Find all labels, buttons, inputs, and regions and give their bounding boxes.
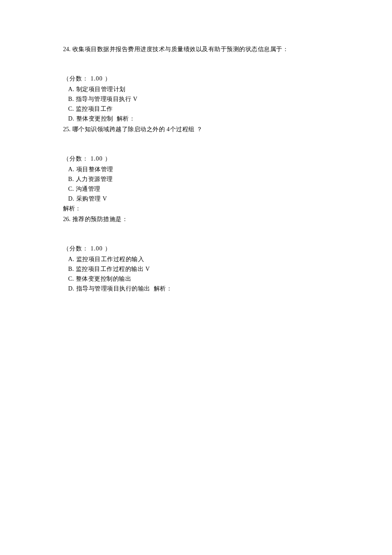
option-text: 整体变更控制	[76, 115, 113, 122]
option-letter: B.	[68, 266, 74, 272]
option-b: B. 监控项目工作过程的输出 V	[63, 265, 392, 273]
question-stem: 哪个知识领域跨越了除启动之外的 4个过程组 ？	[72, 126, 203, 132]
option-c: C. 监控项目工作	[63, 104, 392, 113]
question-25: 25. 哪个知识领域跨越了除启动之外的 4个过程组 ？ （分数： 1.00 ） …	[63, 125, 392, 213]
option-text: 指导与管理项目执行的输出	[76, 285, 150, 292]
option-letter: A.	[68, 86, 75, 92]
option-text: 项目整体管理	[76, 166, 113, 173]
score-value: 1.00	[91, 155, 103, 162]
option-letter: C.	[68, 106, 74, 112]
score-value: 1.00	[91, 245, 103, 252]
option-mark: V	[145, 266, 150, 272]
option-text: 监控项目工作	[76, 106, 113, 112]
option-letter: D.	[68, 285, 75, 292]
score-line: （分数： 1.00 ）	[63, 244, 392, 253]
option-letter: A.	[68, 166, 75, 173]
option-letter: B.	[68, 96, 74, 102]
score-suffix: ）	[105, 245, 111, 252]
option-text: 监控项目工作过程的输出	[76, 266, 144, 272]
option-letter: D.	[68, 115, 75, 122]
option-c: C. 整体变更控制的输出	[63, 274, 392, 283]
score-suffix: ）	[105, 155, 111, 162]
score-line: （分数： 1.00 ）	[63, 154, 392, 163]
option-letter: D.	[68, 196, 75, 202]
option-d: D. 指导与管理项目执行的输出 解析：	[63, 284, 392, 293]
question-26: 26. 推荐的预防措施是： （分数： 1.00 ） A. 监控项目工作过程的输入…	[63, 215, 392, 293]
option-letter: A.	[68, 256, 75, 262]
analysis-label: 解析：	[117, 115, 135, 122]
option-a: A. 制定项目管理计划	[63, 85, 392, 94]
score-label: （分数：	[63, 245, 89, 252]
score-suffix: ）	[105, 75, 111, 82]
question-text: 24. 收集项目数据并报告费用进度技术与质量绩效以及有助于预测的状态信息属于：	[63, 45, 392, 54]
score-label: （分数：	[63, 155, 89, 162]
option-text: 人力资源管理	[76, 176, 113, 182]
analysis-label: 解析：	[154, 285, 173, 292]
score-label: （分数：	[63, 75, 89, 82]
option-b: B. 指导与管理项目执行 V	[63, 95, 392, 104]
option-letter: C.	[68, 276, 74, 282]
option-mark: V	[103, 196, 107, 202]
option-letter: C.	[68, 186, 74, 192]
option-text: 制定项目管理计划	[76, 86, 126, 92]
question-text: 26. 推荐的预防措施是：	[63, 215, 392, 224]
question-number: 26.	[63, 216, 71, 222]
score-value: 1.00	[91, 75, 103, 82]
question-stem: 推荐的预防措施是：	[72, 216, 128, 222]
question-text: 25. 哪个知识领域跨越了除启动之外的 4个过程组 ？	[63, 125, 392, 134]
option-text: 整体变更控制的输出	[76, 276, 132, 282]
score-line: （分数： 1.00 ）	[63, 74, 392, 83]
option-text: 采购管理	[76, 196, 101, 202]
analysis-label: 解析：	[63, 204, 392, 213]
option-text: 沟通管理	[76, 186, 101, 192]
option-a: A. 监控项目工作过程的输入	[63, 255, 392, 264]
option-c: C. 沟通管理	[63, 184, 392, 193]
question-number: 25.	[63, 126, 71, 132]
option-d: D. 整体变更控制 解析：	[63, 114, 392, 123]
question-24: 24. 收集项目数据并报告费用进度技术与质量绩效以及有助于预测的状态信息属于： …	[63, 45, 392, 123]
option-b: B. 人力资源管理	[63, 175, 392, 184]
option-text: 指导与管理项目执行	[76, 96, 132, 102]
option-mark: V	[133, 96, 138, 102]
option-a: A. 项目整体管理	[63, 165, 392, 174]
question-stem: 收集项目数据并报告费用进度技术与质量绩效以及有助于预测的状态信息属于：	[72, 46, 289, 52]
option-letter: B.	[68, 176, 74, 182]
question-number: 24.	[63, 46, 71, 52]
option-d: D. 采购管理 V	[63, 194, 392, 203]
option-text: 监控项目工作过程的输入	[76, 256, 144, 262]
